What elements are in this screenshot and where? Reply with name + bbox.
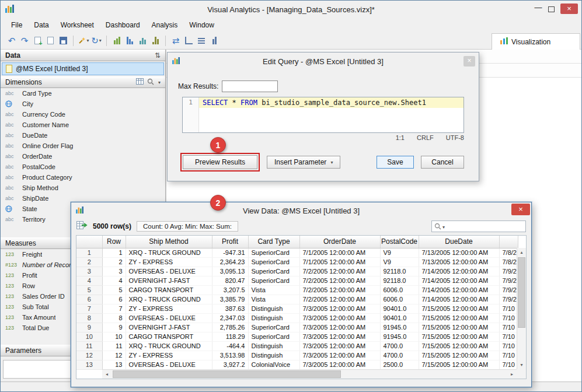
preview-results-button[interactable]: Preview Results <box>183 155 257 169</box>
cell: 7/14/2005 12:00:00 AM <box>419 276 499 285</box>
open-worksheet-button[interactable] <box>44 34 57 47</box>
edit-query-titlebar[interactable]: Edit Query - @MS Excel [Untitled 3] × <box>168 52 479 70</box>
format-button[interactable] <box>195 34 208 47</box>
menu-data[interactable]: Data <box>28 19 54 31</box>
dimension-item[interactable]: abcOnline Order Flag <box>1 141 165 151</box>
search-input[interactable] <box>431 220 526 232</box>
dimension-item[interactable]: abcOrderDate <box>1 151 165 162</box>
vertical-scroll-thumb[interactable] <box>518 257 525 328</box>
table-row[interactable]: 1111XRQ - TRUCK GROUND-464.4Distinguish7… <box>76 341 518 351</box>
cell: 387.63 <box>212 304 248 313</box>
table-row[interactable]: 44OVERNIGHT J-FAST820.47SuperiorCard7/2/… <box>76 276 518 285</box>
app-titlebar[interactable]: Visual Analytics - [Managing_Data_Source… <box>1 1 581 18</box>
table-row[interactable]: 22ZY - EXPRESS2,364.23SuperiorCard7/1/20… <box>76 257 518 267</box>
column-header[interactable] <box>499 236 518 248</box>
column-header[interactable]: Card Type <box>248 236 299 248</box>
edit-query-close-button[interactable]: × <box>463 56 475 66</box>
column-header[interactable]: DueDate <box>419 236 499 248</box>
cell: 820.47 <box>212 276 248 285</box>
horizontal-scrollbar[interactable]: ◂ ▸ <box>102 369 517 379</box>
search-box: ▾ <box>431 220 526 232</box>
view-data-titlebar[interactable]: View Data: @MS Excel [Untitled 3] × <box>71 202 531 219</box>
close-button[interactable]: × <box>560 4 578 14</box>
tab-visualization[interactable]: Visualization <box>492 33 580 50</box>
scroll-left-arrow[interactable]: ◂ <box>102 370 111 379</box>
chart-type-2-button[interactable] <box>123 34 136 47</box>
scroll-up-arrow[interactable]: ▴ <box>517 248 526 257</box>
column-header[interactable]: Profit <box>212 236 248 248</box>
column-header[interactable]: Row <box>102 236 126 248</box>
max-results-input[interactable] <box>222 80 278 92</box>
save-query-button[interactable]: Save <box>377 156 414 169</box>
field-type-icon: abc <box>5 90 19 96</box>
minimize-button[interactable]: — <box>534 5 542 13</box>
menu-window[interactable]: Window <box>183 19 220 31</box>
search-dropdown-icon[interactable]: ▾ <box>442 225 445 230</box>
swap-axes-button[interactable]: ⇄ <box>169 34 182 47</box>
table-row[interactable]: 1313OVERSEAS - DELUXE3,927.2ColonialVoic… <box>76 360 518 369</box>
data-panel-title: Data <box>5 51 20 60</box>
row-count-label[interactable]: 5000 row(s) <box>93 222 131 230</box>
cell: V9 <box>380 248 419 257</box>
horizontal-scroll-thumb[interactable] <box>113 370 341 378</box>
menu-analysis[interactable]: Analysis <box>146 19 184 31</box>
table-row[interactable]: 1010CARGO TRANSPORT118.29SuperiorCard7/3… <box>76 332 518 341</box>
cancel-button[interactable]: Cancel <box>421 156 464 169</box>
dimension-item[interactable]: abcDueDate <box>1 130 165 141</box>
sql-editor[interactable]: 1 SELECT * FROM bi_studio_sample_data_so… <box>182 97 464 133</box>
cell: 7/8/2 <box>499 257 518 267</box>
row-index-header <box>76 236 102 248</box>
new-worksheet-button[interactable] <box>31 34 44 47</box>
column-header[interactable]: PostalCode <box>380 236 419 248</box>
dimension-item[interactable]: abcCard Type <box>1 88 165 99</box>
table-row[interactable]: 88OVERSEAS - DELUXE2,347.03Distinguish7/… <box>76 313 518 323</box>
hierarchy-button[interactable] <box>182 34 195 47</box>
maximize-button[interactable] <box>548 6 555 12</box>
column-header[interactable]: OrderDate <box>299 236 380 248</box>
menu-worksheet[interactable]: Worksheet <box>55 19 100 31</box>
undo-button[interactable]: ↶ <box>5 34 18 47</box>
table-row[interactable]: 99OVERNIGHT J-FAST2,785.26SuperiorCard7/… <box>76 323 518 332</box>
dimension-item[interactable]: abcCustomer Name <box>1 120 165 130</box>
insert-parameter-button[interactable]: Insert Parameter ▾ <box>267 156 340 169</box>
dropdown-arrow-icon[interactable]: ▾ <box>158 80 161 85</box>
search-fields-icon[interactable] <box>147 78 154 87</box>
table-row[interactable]: 11XRQ - TRUCK GROUND-947.31SuperiorCard7… <box>76 248 518 257</box>
sql-code-area[interactable]: SELECT * FROM bi_studio_sample_data_sour… <box>199 97 463 132</box>
dimension-item[interactable]: abcPostalCode <box>1 162 165 172</box>
export-data-button[interactable] <box>76 221 88 231</box>
field-label: Profit <box>22 272 37 279</box>
auto-chart-button[interactable]: ▾ <box>77 34 90 47</box>
view-as-table-icon[interactable] <box>136 78 144 86</box>
scroll-right-arrow[interactable]: ▸ <box>507 370 517 379</box>
table-row[interactable]: 33OVERSEAS - DELUXE3,095.13SuperiorCard7… <box>76 267 518 276</box>
chart-type-1-button[interactable] <box>110 34 123 47</box>
dimension-item[interactable]: abcCurrency Code <box>1 109 165 120</box>
highlight-button[interactable] <box>208 34 221 47</box>
chart-type-3-button[interactable] <box>136 34 149 47</box>
vertical-scrollbar[interactable]: ▴ ▾ <box>517 248 526 369</box>
cell: 2 <box>102 257 126 267</box>
scroll-down-arrow[interactable]: ▾ <box>517 360 526 369</box>
row-index: 7 <box>76 304 102 313</box>
panel-collapse-icon[interactable]: ⇅ <box>155 51 161 60</box>
dimension-item[interactable]: City <box>1 99 165 109</box>
data-source-item[interactable]: @MS Excel [Untitled 3] <box>2 62 164 75</box>
cell: 91945.0 <box>380 332 419 341</box>
refresh-button[interactable]: ↻▾ <box>90 34 103 47</box>
menu-file[interactable]: File <box>5 19 28 31</box>
view-data-close-button[interactable]: × <box>511 204 530 215</box>
dimension-item[interactable]: abcShip Method <box>1 183 165 193</box>
chart-type-4-button[interactable] <box>149 34 162 47</box>
table-row[interactable]: 77ZY - EXPRESS387.63Distinguish7/3/2005 … <box>76 304 518 313</box>
dimension-item[interactable]: abcProduct Category <box>1 172 165 183</box>
cell: 2,785.26 <box>212 323 248 332</box>
column-header[interactable]: Ship Method <box>126 236 212 248</box>
menu-dashboard[interactable]: Dashboard <box>100 19 146 31</box>
cell: ZY - EXPRESS <box>126 257 212 267</box>
redo-button[interactable]: ↷ <box>18 34 31 47</box>
table-row[interactable]: 55CARGO TRANSPORT3,207.5Vista7/2/2005 12… <box>76 285 518 295</box>
table-row[interactable]: 1212ZY - EXPRESS3,513.98Distinguish7/3/2… <box>76 351 518 360</box>
table-row[interactable]: 66XRQ - TRUCK GROUND3,385.79Vista7/2/200… <box>76 295 518 304</box>
save-button-toolbar[interactable] <box>57 34 69 47</box>
